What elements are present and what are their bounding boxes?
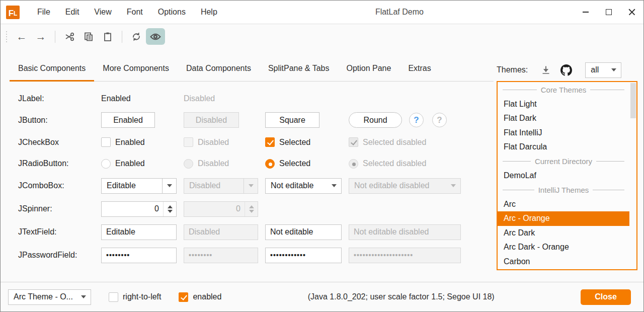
menu-file[interactable]: File [30, 1, 58, 24]
themes-scrollbar-thumb[interactable] [630, 83, 636, 118]
combobox-editable[interactable]: Editable [101, 178, 177, 194]
spinner-enabled[interactable] [101, 201, 177, 217]
paste-button[interactable] [98, 28, 117, 45]
tab-splitpane-tabs[interactable]: SplitPane & Tabs [260, 56, 338, 81]
theme-item-demolaf[interactable]: DemoLaf [498, 169, 629, 183]
cut-icon [64, 32, 74, 42]
themes-filter-combobox[interactable]: all [585, 62, 621, 78]
tab-row: Basic Components More Components Data Co… [1, 56, 494, 82]
spinner-buttons[interactable] [163, 202, 176, 216]
spinner-input[interactable] [102, 202, 163, 216]
menu-options[interactable]: Options [150, 1, 193, 24]
jlabel-disabled: Disabled [184, 94, 265, 103]
toolbar-grip[interactable] [6, 31, 7, 42]
checkbox-selected-disabled [349, 137, 358, 147]
enabled-button[interactable]: Enabled [101, 112, 155, 128]
tab-extras[interactable]: Extras [399, 56, 439, 81]
title-bar: FL File Edit View Font Options Help Flat… [1, 1, 643, 24]
enabled-checkbox-group[interactable]: enabled [179, 292, 221, 302]
textfield-editable[interactable] [101, 224, 177, 240]
help-button[interactable]: ? [409, 113, 424, 127]
checkbox-selected-disabled-label: Selected disabled [363, 138, 426, 147]
show-hover-toggle-button[interactable] [146, 28, 165, 45]
cut-button[interactable] [60, 28, 79, 45]
tab-data-components[interactable]: Data Components [178, 56, 260, 81]
passwordfield-editable[interactable] [101, 248, 177, 263]
window-title: FlatLaf Demo [225, 8, 574, 17]
chevron-down-icon [249, 184, 254, 187]
square-button[interactable]: Square [265, 112, 319, 128]
chevron-down-icon [611, 68, 616, 71]
theme-item-carbon[interactable]: Carbon [498, 255, 629, 269]
help-button-disabled: ? [432, 113, 447, 127]
menu-edit[interactable]: Edit [58, 1, 87, 24]
chevron-down-icon [332, 184, 337, 187]
jspinner-row-label: JSpinner: [18, 204, 101, 213]
combobox-not-editable-disabled: Not editable disabled [349, 178, 461, 194]
combobox-disabled-value: Disabled [184, 181, 244, 190]
menu-help[interactable]: Help [193, 1, 225, 24]
logo-letter-l: L [14, 9, 17, 19]
close-icon [628, 9, 635, 16]
enabled-checkbox[interactable] [179, 292, 188, 302]
theme-item-flat-darcula[interactable]: Flat Darcula [498, 140, 629, 154]
tab-basic-components[interactable]: Basic Components [10, 56, 94, 81]
jpasswordfield-row-label: JPasswordField: [18, 251, 101, 260]
close-button[interactable]: Close [581, 289, 631, 305]
checkbox-selected-label: Selected [279, 138, 310, 147]
chevron-down-icon [81, 295, 86, 298]
combobox-not-editable-disabled-value: Not editable disabled [349, 181, 446, 190]
theme-item-arc-dark[interactable]: Arc Dark [498, 226, 629, 240]
textfield-not-editable[interactable] [265, 224, 342, 240]
spinner-up-icon [168, 205, 173, 208]
combobox-not-editable[interactable]: Not editable [265, 178, 342, 194]
lookandfeel-combobox[interactable]: Arc Theme - O... [8, 289, 91, 305]
radio-enabled-label: Enabled [115, 159, 145, 168]
themes-list: Core Themes Flat Light Flat Dark Flat In… [497, 81, 637, 270]
passwordfield-disabled [184, 248, 258, 263]
theme-item-flat-intellij[interactable]: Flat IntelliJ [498, 125, 629, 139]
menu-view[interactable]: View [87, 1, 119, 24]
rtl-checkbox[interactable] [109, 292, 118, 302]
jlabel-enabled: Enabled [101, 94, 184, 103]
spinner-disabled-buttons [245, 202, 258, 216]
maximize-button[interactable] [597, 1, 620, 24]
theme-item-arc-orange[interactable]: Arc - Orange [498, 211, 629, 225]
jbutton-row-label: JButton: [18, 116, 101, 125]
checkbox-disabled [184, 137, 193, 147]
combobox-not-editable-value: Not editable [266, 181, 327, 190]
theme-item-arc-dark-orange[interactable]: Arc Dark - Orange [498, 240, 629, 254]
minimize-button[interactable] [574, 1, 597, 24]
back-button[interactable]: ← [12, 28, 31, 45]
radio-disabled-label: Disabled [198, 159, 229, 168]
rtl-checkbox-group[interactable]: right-to-left [109, 292, 161, 302]
theme-item-arc[interactable]: Arc [498, 197, 629, 211]
theme-item-flat-light[interactable]: Flat Light [498, 97, 629, 111]
tab-option-pane[interactable]: Option Pane [338, 56, 399, 81]
spinner-disabled [184, 201, 258, 217]
menu-font[interactable]: Font [119, 1, 150, 24]
forward-button[interactable]: → [31, 28, 50, 45]
passwordfield-not-editable[interactable] [265, 248, 342, 263]
radio-selected-disabled [349, 159, 358, 169]
refresh-button[interactable] [127, 28, 146, 45]
status-bar: Arc Theme - O... right-to-left enabled (… [1, 282, 643, 311]
radio-selected-label: Selected [279, 159, 310, 168]
round-button[interactable]: Round [349, 112, 402, 128]
checkbox-selected[interactable] [265, 137, 275, 147]
github-button[interactable] [560, 64, 572, 76]
back-arrow-icon: ← [17, 31, 27, 43]
copy-button[interactable] [79, 28, 98, 45]
themes-header: Themes: all [493, 59, 643, 81]
close-window-button[interactable] [620, 1, 643, 24]
radio-selected[interactable] [265, 159, 275, 169]
checkbox-enabled[interactable] [101, 137, 111, 147]
tab-more-components[interactable]: More Components [94, 56, 178, 81]
themes-scrollbar[interactable] [630, 82, 636, 269]
radio-enabled[interactable] [101, 159, 111, 169]
forward-arrow-icon: → [36, 31, 46, 43]
download-themes-button[interactable] [541, 65, 551, 75]
eye-icon [150, 33, 161, 41]
theme-item-flat-dark[interactable]: Flat Dark [498, 111, 629, 125]
jradiobutton-row-label: JRadioButton: [18, 159, 101, 168]
